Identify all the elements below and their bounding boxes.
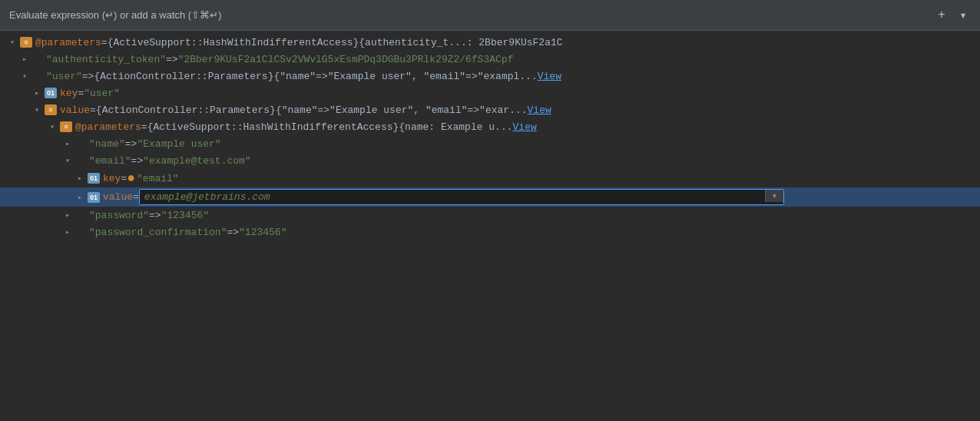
type-label: {ActionController::Parameters} bbox=[94, 71, 273, 82]
equals-sign: = bbox=[90, 104, 96, 116]
badge-01: 01 bbox=[88, 192, 100, 203]
dropdown-menu-icon[interactable]: ▾ bbox=[955, 8, 971, 23]
dot-indicator: ● bbox=[127, 171, 135, 186]
add-watch-icon[interactable]: + bbox=[934, 8, 949, 23]
var-label: @parameters bbox=[35, 37, 101, 48]
toggle-expand-row2[interactable] bbox=[18, 53, 31, 65]
view-link[interactable]: View bbox=[528, 104, 551, 116]
toggle-expand-row11[interactable] bbox=[61, 209, 74, 221]
value-label: "123456" bbox=[239, 227, 286, 238]
debugger-panel: Evaluate expression (↵) or add a watch (… bbox=[0, 0, 980, 421]
equals-sign: = bbox=[121, 173, 127, 184]
value-label: "email" bbox=[137, 173, 179, 184]
table-row: "password" => "123456" bbox=[0, 207, 980, 224]
value-preview: {"name"=>"Example user", "email"=>"exar.… bbox=[276, 104, 528, 116]
value-preview: {authenticity_t...: 2Bber9KUsF2a1C bbox=[359, 37, 562, 48]
equals-sign: => bbox=[125, 138, 137, 150]
value-preview: {name: Example u... bbox=[399, 121, 512, 133]
var-label: "password" bbox=[89, 210, 149, 221]
badge-01: 01 bbox=[45, 88, 57, 98]
toolbar-actions: + ▾ bbox=[934, 8, 971, 23]
var-label: value bbox=[103, 191, 133, 203]
var-label: "email" bbox=[89, 155, 131, 167]
var-label: @parameters bbox=[75, 121, 141, 133]
var-label: key bbox=[60, 88, 78, 99]
equals-sign: = bbox=[101, 37, 108, 48]
var-label: "password_confirmation" bbox=[89, 227, 227, 238]
toggle-expand-row4[interactable] bbox=[31, 87, 43, 99]
toggle-expand-row3[interactable] bbox=[18, 70, 31, 82]
toggle-expand-row10[interactable] bbox=[74, 191, 86, 204]
badge-list: ≡ bbox=[60, 121, 72, 132]
value-label: "example@test.com" bbox=[143, 155, 250, 167]
table-row: ≡ @parameters = {ActiveSupport::HashWith… bbox=[0, 118, 980, 135]
var-label: "name" bbox=[89, 138, 125, 150]
type-label: {ActiveSupport::HashWithIndifferentAcces… bbox=[147, 121, 399, 133]
equals-sign: = bbox=[78, 88, 84, 99]
equals-sign: => bbox=[166, 54, 178, 65]
input-dropdown-arrow[interactable]: ▾ bbox=[765, 190, 783, 202]
toggle-expand-row7[interactable] bbox=[61, 138, 74, 150]
inline-edit-input-wrapper: ▾ bbox=[139, 189, 784, 205]
equals-sign: => bbox=[131, 155, 144, 167]
type-label: {ActionController::Parameters} bbox=[96, 104, 276, 116]
table-row: 01 value = ▾ bbox=[0, 187, 980, 207]
toggle-expand-row9[interactable] bbox=[74, 172, 86, 184]
toolbar-hint: Evaluate expression (↵) or add a watch (… bbox=[9, 9, 222, 21]
badge-list: ≡ bbox=[20, 37, 32, 48]
inline-value-input[interactable] bbox=[140, 190, 765, 204]
table-row: ≡ value = {ActionController::Parameters}… bbox=[0, 101, 980, 118]
toggle-expand-row12[interactable] bbox=[61, 226, 74, 238]
toggle-expand-row6[interactable] bbox=[46, 121, 58, 133]
var-label: value bbox=[60, 104, 90, 116]
table-row: "authenticity_token" => "2Bber9KUsF2a1Cl… bbox=[0, 51, 980, 68]
hint-text: Evaluate expression (↵) or add a watch (… bbox=[9, 9, 222, 21]
value-label: "2Bber9KUsF2a1ClCSv2VWvlG5xEsmPDq3DGBu3P… bbox=[178, 54, 514, 65]
equals-sign: => bbox=[149, 210, 161, 221]
var-label: "user" bbox=[46, 71, 82, 82]
table-row: 01 key = "user" bbox=[0, 85, 980, 101]
type-label: {ActiveSupport::HashWithIndifferentAcces… bbox=[108, 37, 359, 48]
equals-sign: => bbox=[82, 71, 94, 82]
toggle-expand-row1[interactable] bbox=[6, 36, 18, 48]
view-link[interactable]: View bbox=[538, 71, 561, 82]
table-row: "user" => {ActionController::Parameters}… bbox=[0, 68, 980, 85]
badge-list: ≡ bbox=[45, 104, 57, 115]
table-row: "name" => "Example user" bbox=[0, 135, 980, 152]
table-row: 01 key = ● "email" bbox=[0, 169, 980, 187]
table-row: ≡ @parameters = {ActiveSupport::HashWith… bbox=[0, 34, 980, 51]
variables-tree: ≡ @parameters = {ActiveSupport::HashWith… bbox=[0, 31, 980, 421]
equals-sign: = bbox=[141, 121, 147, 133]
toggle-expand-row8[interactable] bbox=[61, 154, 74, 167]
toolbar: Evaluate expression (↵) or add a watch (… bbox=[0, 0, 980, 31]
var-label: key bbox=[103, 173, 121, 184]
value-preview: {"name"=>"Example user", "email"=>"examp… bbox=[273, 71, 537, 82]
var-label: "authenticity_token" bbox=[46, 54, 166, 65]
view-link[interactable]: View bbox=[513, 121, 537, 133]
value-label: "123456" bbox=[161, 210, 209, 221]
value-label: "Example user" bbox=[137, 138, 220, 150]
table-row: "email" => "example@test.com" bbox=[0, 152, 980, 169]
equals-sign: = bbox=[133, 191, 139, 203]
toggle-expand-row5[interactable] bbox=[31, 104, 43, 116]
value-label: "user" bbox=[84, 88, 120, 99]
badge-01: 01 bbox=[88, 173, 100, 184]
equals-sign: => bbox=[227, 227, 239, 238]
table-row: "password_confirmation" => "123456" bbox=[0, 224, 980, 240]
